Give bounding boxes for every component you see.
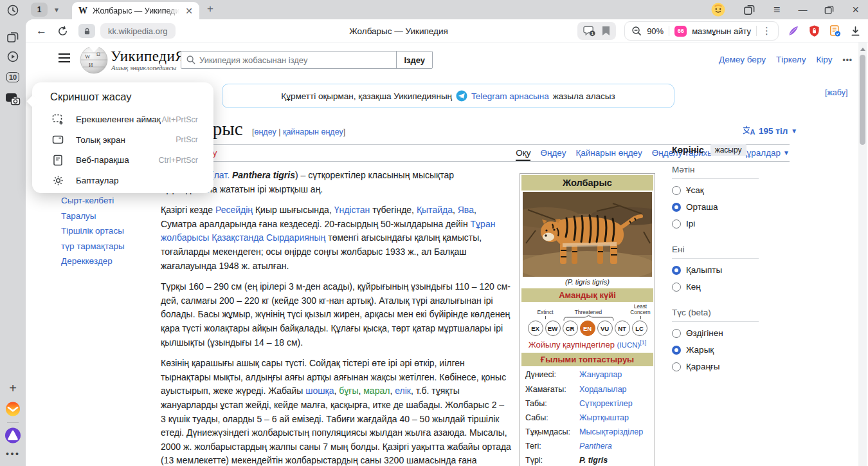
radio-option[interactable]: Жарық <box>672 345 759 355</box>
taxonomy-value[interactable]: Panthera <box>579 442 649 451</box>
hide-button[interactable]: жасыру <box>710 144 746 156</box>
radio-option[interactable]: Кең <box>672 282 759 292</box>
wiki-link[interactable]: Үндістан <box>334 205 370 215</box>
url-pill[interactable]: kk.wikipedia.org <box>100 23 176 39</box>
radio-icon[interactable] <box>672 219 681 228</box>
wiki-link-green[interactable]: марал <box>363 386 390 396</box>
tab-panels-icon[interactable] <box>6 31 19 44</box>
wiki-link[interactable]: Қазақстанда <box>212 232 264 243</box>
toc-item[interactable]: Сырт-келбеті <box>61 196 125 205</box>
mail-icon[interactable] <box>6 402 21 416</box>
window-minimize-button[interactable]: — <box>798 5 806 15</box>
add-panel-icon[interactable]: + <box>9 381 17 396</box>
yandex-pen-icon[interactable] <box>787 24 800 37</box>
radio-icon[interactable] <box>672 283 681 292</box>
radio-option[interactable]: Қалыпты <box>672 265 759 275</box>
banner-link[interactable]: Telegram арнасына <box>471 91 549 101</box>
tiger-image[interactable] <box>523 192 652 277</box>
bookmark-icon[interactable] <box>602 26 610 36</box>
radio-icon[interactable] <box>672 186 681 195</box>
top-link-donate[interactable]: Демеу беру <box>719 55 766 64</box>
tab-close-icon[interactable]: ✕ <box>185 6 193 15</box>
toc-item[interactable]: түр тармақтары <box>61 241 125 251</box>
menu-item-fullscreen[interactable]: Толық экранPrtScr <box>32 130 213 151</box>
protect-shield-icon[interactable] <box>808 24 820 37</box>
wiki-link[interactable]: елік <box>395 386 411 396</box>
status-ref-link[interactable]: [1] <box>640 339 646 346</box>
media-play-icon[interactable] <box>6 50 19 63</box>
new-tab-button[interactable]: + <box>207 3 213 15</box>
edit-source-link[interactable]: қайнарын өңдеу <box>283 127 343 136</box>
taxonomy-value[interactable]: Сүтқоректілер <box>579 399 649 408</box>
top-link-register[interactable]: Тіркелу <box>776 55 806 64</box>
radio-selected-icon[interactable] <box>672 346 681 355</box>
article-tab-active[interactable]: Оқу <box>516 148 530 161</box>
screenshot-icon[interactable] <box>5 93 21 106</box>
alice-icon[interactable] <box>5 427 21 443</box>
top-link-login[interactable]: Кіру <box>816 55 832 64</box>
windows-panels-icon[interactable] <box>743 4 755 16</box>
menu-item-selection-area[interactable]: Ерекшеленген аймақAlt+PrtScr <box>32 109 213 130</box>
read-aloud-button[interactable]: мазмұнын айту <box>692 26 751 36</box>
edit-link[interactable]: өңдеу <box>254 127 276 136</box>
tab-counter-badge[interactable]: 10 <box>6 72 19 82</box>
radio-option[interactable]: Ұсақ <box>672 185 759 195</box>
wiki-link[interactable]: Сырдарияның <box>266 232 325 243</box>
back-button[interactable]: ← <box>36 24 47 37</box>
toc-item[interactable]: Дереккөздер <box>61 256 125 266</box>
banner-close-link[interactable]: [жабу] <box>825 88 847 97</box>
zoom-indicator[interactable]: 90% <box>647 26 664 36</box>
tab-list-chevron-icon[interactable]: ▼ <box>50 3 63 17</box>
radio-option[interactable]: Қараңғы <box>672 362 759 371</box>
radio-icon[interactable] <box>672 362 681 371</box>
reload-button[interactable] <box>57 26 68 37</box>
pill-overflow-menu-icon[interactable]: ⋮ <box>762 25 772 37</box>
taxonomy-value[interactable]: Жануарлар <box>579 370 649 379</box>
taxonomy-value[interactable]: Мысықтәрізділер <box>579 427 649 436</box>
sidebar-more-dots[interactable]: ●●● <box>6 451 20 457</box>
iucn-link[interactable]: (IUCN) <box>617 341 640 349</box>
wiki-link[interactable]: шошқа <box>305 386 334 396</box>
zoom-out-icon[interactable] <box>631 26 642 36</box>
window-close-button[interactable]: × <box>852 3 859 17</box>
language-selector[interactable]: A 195 тіл ▼ <box>743 126 797 136</box>
wiki-menu-icon[interactable] <box>58 53 71 63</box>
page-scrollbar[interactable] <box>858 42 867 466</box>
menu-item-webpage[interactable]: Веб-парақшаCtrl+PrtScr <box>32 150 213 171</box>
profile-avatar[interactable] <box>711 3 725 17</box>
radio-selected-icon[interactable] <box>672 266 681 275</box>
browser-tab[interactable]: W Жолбарыс — Уикипеди ✕ <box>72 2 199 19</box>
download-icon[interactable] <box>849 25 862 37</box>
article-tab-link[interactable]: Өңдеу <box>540 148 566 161</box>
browser-menu-icon[interactable]: ≡ <box>773 3 781 17</box>
window-maximize-button[interactable] <box>824 5 834 15</box>
site-lock-badge[interactable] <box>78 24 95 38</box>
radio-option[interactable]: Ірі <box>672 219 759 228</box>
wiki-link[interactable]: Қытайда <box>417 205 453 215</box>
wiki-logo[interactable]: WΩИ <box>80 46 108 74</box>
radio-selected-icon[interactable] <box>672 203 681 212</box>
toc-item[interactable]: Тіршілік ортасы <box>61 226 125 236</box>
radio-icon[interactable] <box>672 329 681 338</box>
comments-icon[interactable]: 1 <box>583 25 595 37</box>
history-icon[interactable] <box>6 4 19 17</box>
menu-item-gear[interactable]: Баптаулар <box>32 171 213 191</box>
taxonomy-value[interactable]: Хордалылар <box>579 385 649 394</box>
radio-option[interactable]: Өздігінен <box>672 328 759 338</box>
taxonomy-value[interactable]: Жыртқыштар <box>579 413 649 422</box>
wiki-search-input[interactable] <box>195 55 396 65</box>
tab-count-pill[interactable]: 1 <box>31 3 48 17</box>
toc-item[interactable]: Таралуы <box>61 211 125 221</box>
page-report-icon[interactable] <box>829 24 841 37</box>
wiki-search-button[interactable]: Іздеу <box>396 51 432 68</box>
wiki-link[interactable]: Ява <box>458 205 474 215</box>
wiki-link[interactable]: Ресейдің <box>215 205 253 215</box>
radio-option[interactable]: Орташа <box>672 202 759 212</box>
scroll-up-arrow[interactable] <box>860 48 865 51</box>
wiki-link-green[interactable]: бұғы <box>339 386 358 396</box>
status-red-text[interactable]: Жойылу қаупіндегілер <box>529 340 615 350</box>
wiki-link[interactable]: лат. <box>214 170 230 180</box>
article-tab-link[interactable]: Қайнарын өңдеу <box>575 148 642 161</box>
scroll-thumb[interactable] <box>860 55 865 145</box>
top-links-more-icon[interactable]: ••• <box>842 55 853 64</box>
